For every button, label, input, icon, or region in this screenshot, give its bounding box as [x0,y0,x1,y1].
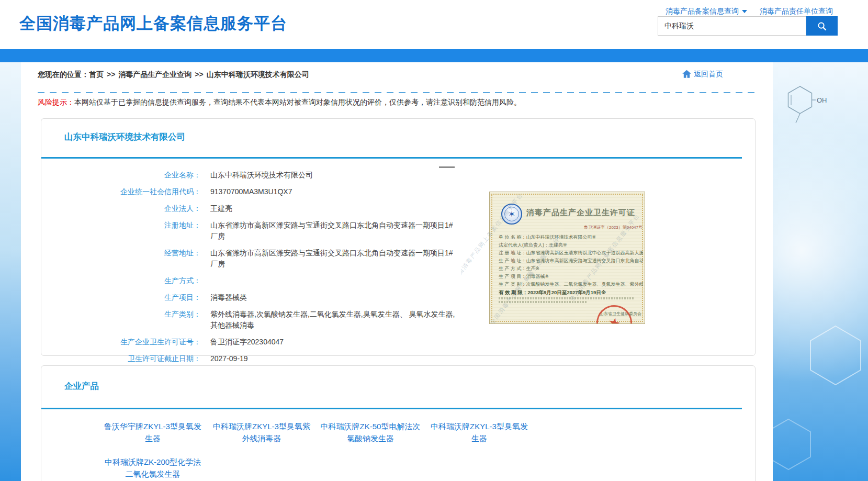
product-link[interactable]: 鲁沃华宇牌ZKYL-3型臭氧发生器 [99,420,207,444]
products-card-title: 企业产品 [64,381,99,392]
field-row: 企业法人： 王建亮 [41,200,470,217]
field-row: 企业名称： 山东中科瑞沃环境技术有限公司 [41,167,470,184]
search-icon [816,20,828,32]
dashed-divider [38,92,756,93]
back-home-link[interactable]: 返回首页 [681,69,723,80]
card-title-rule [41,408,742,409]
breadcrumb: 您现在的位置：首页>>消毒产品生产企业查询>>山东中科瑞沃环境技术有限公司 [38,70,309,80]
certificate-line: 生 产 地 址：山东省潍坊市高新区潍安路与宝通街交叉路口东北角自动变速器一期项目… [499,257,643,265]
molecule-art-icon: OH [773,62,868,481]
product-list: 鲁沃华宇牌ZKYL-3型臭氧发生器 中科瑞沃牌ZKYL-3型臭氧紫外线消毒器 中… [99,420,534,480]
home-icon [681,69,692,80]
certificate-line: 注 册 地 址：山东省潍坊高新区玉清东街以北中心次干道以西高新大厦902号科研※ [499,249,643,257]
company-card-title: 山东中科瑞沃环境技术有限公司 [64,131,185,143]
field-row: 生产项目： 消毒器械类 [41,289,470,306]
background-right-gradient: OH [773,62,868,481]
certificate-line: 生 产 方 式：生产※ [499,265,643,273]
product-link[interactable]: 中科瑞沃牌ZK-200型化学法二氧化氯发生器 [99,456,207,480]
main-content: 您现在的位置：首页>>消毒产品生产企业查询>>山东中科瑞沃环境技术有限公司 返回… [21,62,773,481]
breadcrumb-separator: >> [107,70,115,79]
company-products-card: 企业产品 鲁沃华宇牌ZKYL-3型臭氧发生器 中科瑞沃牌ZKYL-3型臭氧紫外线… [41,365,756,481]
chevron-down-icon [742,10,747,13]
field-row: 生产企业卫生许可证号： 鲁卫消证字202304047 [41,334,470,351]
breadcrumb-category-link[interactable]: 消毒产品生产企业查询 [118,70,191,79]
field-row: 生产方式： [41,273,470,289]
breadcrumb-current: 山东中科瑞沃环境技术有限公司 [207,70,309,79]
product-link[interactable]: 中科瑞沃牌ZKYL-3型臭氧紫外线消毒器 [208,420,315,444]
top-nav: 消毒产品备案信息查询 消毒产品责任单位查询 [666,7,833,16]
back-home-label: 返回首页 [694,70,723,79]
page: 全国消毒产品网上备案信息服务平台 消毒产品备案信息查询 消毒产品责任单位查询 O… [0,0,868,481]
certificate-title: 消毒产品生产企业卫生许可证 [526,208,635,218]
scan-artifact-line [439,166,455,168]
search-button[interactable] [806,16,838,36]
nav-link-responsible-unit-query[interactable]: 消毒产品责任单位查询 [760,7,833,16]
field-row: 生产类别： 紫外线消毒器,次氯酸钠发生器,二氧化氯发生器,臭氧发生器、 臭氧水发… [41,306,470,334]
field-row: 注册地址： 山东省潍坊市高新区潍安路与宝通街交叉路口东北角自动变速器一期项目1#… [41,217,470,245]
svg-text:OH: OH [817,96,827,104]
license-certificate-image: ✶ 消毒产品生产企业卫生许可证 鲁卫消证字（2023）第04047号 单 位 名… [461,167,645,324]
search-input[interactable] [658,16,806,36]
background-left-gradient [0,62,21,481]
product-link[interactable]: 中科瑞沃牌ZKYL-3型臭氧发生器 [425,420,533,444]
field-row: 经营地址： 山东省潍坊市高新区潍安路与宝通街交叉路口东北角自动变速器一期项目1#… [41,245,470,273]
breadcrumb-prefix: 您现在的位置： [38,70,89,79]
nav-link-label: 消毒产品备案信息查询 [666,7,739,16]
breadcrumb-home-link[interactable]: 首页 [89,70,104,79]
nav-link-backup-info-query[interactable]: 消毒产品备案信息查询 [666,7,747,16]
risk-notice-text: 本网站仅基于已掌握的信息提供查询服务，查询结果不代表本网站对被查询对象信用状况的… [74,98,521,106]
company-fields: 企业名称： 山东中科瑞沃环境技术有限公司 企业统一社会信用代码： 9137070… [41,167,470,367]
product-link[interactable]: 中科瑞沃牌ZK-50型电解法次氯酸钠发生器 [317,420,424,444]
header-accent-band [0,49,868,62]
card-title-rule [41,157,742,159]
breadcrumb-separator: >> [195,70,203,79]
nav-link-label: 消毒产品责任单位查询 [760,7,833,16]
page-title: 全国消毒产品网上备案信息服务平台 [19,13,287,35]
certificate-fine-print [499,297,634,305]
field-row: 企业统一社会信用代码： 91370700MA3M3U1QX7 [41,184,470,200]
company-info-card: 山东中科瑞沃环境技术有限公司 企业名称： 山东中科瑞沃环境技术有限公司 企业统一… [41,118,756,356]
risk-notice-label: 风险提示： [38,98,74,106]
risk-notice: 风险提示：本网站仅基于已掌握的信息提供查询服务，查询结果不代表本网站对被查询对象… [38,98,521,107]
